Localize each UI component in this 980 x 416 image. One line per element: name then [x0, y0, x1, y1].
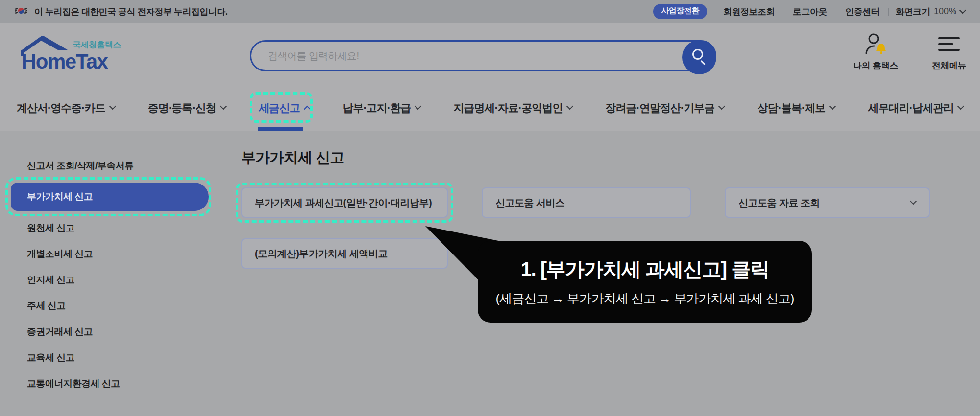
- logo-wordmark: HomeTax: [22, 50, 107, 73]
- sidebar-item-label: 부가가치세 신고: [27, 190, 93, 203]
- screen-zoom-value: 100%: [934, 6, 956, 17]
- sidebar-item-transport-energy-env-tax[interactable]: 교통에너지환경세 신고: [0, 370, 214, 396]
- search-icon: [692, 49, 703, 60]
- nav-label: 계산서·영수증·카드: [17, 101, 105, 116]
- sidebar-item-label: 증권거래세 신고: [27, 325, 93, 338]
- screen-zoom-label: 화면크기: [896, 6, 930, 18]
- active-tab-underline: [258, 127, 303, 131]
- nav-label: 지급명세·자료·공익법인: [454, 101, 563, 116]
- logout-link[interactable]: 로그아웃: [791, 6, 829, 18]
- nav-item-tax-report[interactable]: 세금신고: [259, 86, 310, 131]
- page-title: 부가가치세 신고: [241, 148, 980, 168]
- nav-item-subsidy-yearend-donation[interactable]: 장려금·연말정산·기부금: [606, 86, 725, 131]
- card-label: 부가가치세 과세신고(일반·간이·대리납부): [255, 196, 432, 209]
- chevron-down-icon: [957, 103, 964, 110]
- divider: [784, 8, 784, 16]
- nav-label: 증명·등록·신청: [148, 101, 216, 116]
- divider: [915, 37, 915, 67]
- sidebar-item-label: 주세 신고: [27, 300, 66, 312]
- korea-flag-icon: [15, 4, 27, 19]
- sidebar-item-education-tax[interactable]: 교육세 신고: [0, 345, 214, 370]
- callout-path-text: (세금신고 → 부가가치세 신고 → 부가가치세 과세 신고): [496, 290, 794, 307]
- header-quick-menu: 나의 홈택스 전체메뉴: [853, 32, 966, 71]
- gov-notice-group: 이 누리집은 대한민국 공식 전자정부 누리집입니다.: [15, 4, 228, 19]
- gov-notice-text: 이 누리집은 대한민국 공식 전자정부 누리집입니다.: [34, 6, 228, 18]
- nav-item-consult-appeal-report[interactable]: 상담·불복·제보: [758, 86, 835, 131]
- search-input[interactable]: [251, 42, 668, 70]
- sidebar-item-report-view-delete[interactable]: 신고서 조회/삭제/부속서류: [0, 153, 214, 179]
- sidebar-item-vat-report[interactable]: 부가가치세 신고: [11, 183, 209, 211]
- nav-item-payment-notice-refund[interactable]: 납부·고지·환급: [343, 86, 420, 131]
- sidebar-item-label: 원천세 신고: [27, 222, 74, 234]
- chevron-down-icon: [109, 103, 116, 110]
- card-row-1: 부가가치세 과세신고(일반·간이·대리납부) 신고도움 서비스 신고도움 자료 …: [241, 187, 980, 218]
- nav-label: 상담·불복·제보: [758, 101, 826, 116]
- divider: [888, 8, 889, 16]
- hamburger-menu-icon: [938, 32, 960, 56]
- site-header: 국세청홈택스 HomeTax 나의 홈택스: [0, 23, 980, 86]
- sidebar-item-label: 개별소비세 신고: [27, 248, 93, 260]
- nav-label: 납부·고지·환급: [343, 101, 411, 116]
- vat-taxable-report-button[interactable]: 부가가치세 과세신고(일반·간이·대리납부): [241, 187, 448, 218]
- sidebar-item-label: 교육세 신고: [27, 351, 74, 364]
- sidebar-item-stamp-tax[interactable]: 인지세 신고: [0, 267, 214, 293]
- sidebar-item-label: 교통에너지환경세 신고: [27, 377, 120, 390]
- top-utility-bar: 이 누리집은 대한민국 공식 전자정부 누리집입니다. 사업장전환 회원정보조회…: [0, 0, 980, 23]
- sidebar-item-label: 인지세 신고: [27, 274, 74, 286]
- nav-label: 장려금·연말정산·기부금: [606, 101, 715, 116]
- auth-center-link[interactable]: 인증센터: [843, 6, 882, 18]
- nav-item-tax-agent-management[interactable]: 세무대리·납세관리: [868, 86, 963, 131]
- nav-item-statement-data-nonprofit[interactable]: 지급명세·자료·공익법인: [454, 86, 573, 131]
- search-button[interactable]: [682, 40, 716, 74]
- hometax-page: 이 누리집은 대한민국 공식 전자정부 누리집입니다. 사업장전환 회원정보조회…: [0, 0, 980, 416]
- my-hometax-label: 나의 홈택스: [853, 60, 898, 71]
- sidebar-item-securities-tax[interactable]: 증권거래세 신고: [0, 319, 214, 345]
- chevron-down-icon: [959, 7, 966, 14]
- all-menu-button[interactable]: 전체메뉴: [932, 32, 966, 71]
- search-bar: [250, 40, 716, 71]
- sidebar-item-individual-consumption-tax[interactable]: 개별소비세 신고: [0, 241, 214, 267]
- chevron-down-icon: [910, 198, 917, 205]
- sidebar-item-liquor-tax[interactable]: 주세 신고: [0, 293, 214, 319]
- card-label: 신고도움 자료 조회: [738, 196, 820, 209]
- report-help-data-dropdown[interactable]: 신고도움 자료 조회: [725, 187, 930, 218]
- logo-subtitle: 국세청홈택스: [73, 39, 121, 50]
- tutorial-callout: 1. [부가가치세 과세신고] 클릭 (세금신고 → 부가가치세 신고 → 부가…: [478, 241, 812, 323]
- nav-label: 세금신고: [259, 101, 300, 116]
- chevron-down-icon: [220, 103, 227, 110]
- sidebar-item-label: 신고서 조회/삭제/부속서류: [27, 160, 134, 172]
- divider: [836, 8, 836, 16]
- sidebar: 신고서 조회/삭제/부속서류 부가가치세 신고 원천세 신고 개별소비세 신고 …: [0, 131, 214, 416]
- card-label: 신고도움 서비스: [495, 196, 565, 209]
- divider: [714, 8, 714, 16]
- primary-nav: 계산서·영수증·카드 증명·등록·신청 세금신고 납부·고지·환급 지급명세·자…: [0, 86, 980, 131]
- member-info-link[interactable]: 회원정보조회: [721, 6, 777, 18]
- nav-item-certificate-register[interactable]: 증명·등록·신청: [148, 86, 226, 131]
- all-menu-label: 전체메뉴: [932, 60, 966, 71]
- callout-step-text: 1. [부가가치세 과세신고] 클릭: [521, 256, 769, 283]
- nav-label: 세무대리·납세관리: [868, 101, 954, 116]
- my-hometax-button[interactable]: 나의 홈택스: [853, 32, 898, 71]
- screen-zoom-control[interactable]: 화면크기 100%: [896, 6, 965, 18]
- hometax-logo[interactable]: 국세청홈택스 HomeTax: [18, 29, 130, 80]
- card-label: (모의계산)부가가치세 세액비교: [255, 247, 388, 260]
- chevron-up-icon: [304, 105, 311, 112]
- nav-item-invoice-receipt-card[interactable]: 계산서·영수증·카드: [17, 86, 115, 131]
- chevron-down-icon: [829, 103, 836, 110]
- report-help-service-button[interactable]: 신고도움 서비스: [482, 187, 691, 218]
- topbar-links: 사업장전환 회원정보조회 로그아웃 인증센터 화면크기 100%: [653, 4, 965, 19]
- chevron-down-icon: [415, 103, 421, 110]
- user-bell-icon: [863, 32, 888, 56]
- chevron-down-icon: [566, 103, 573, 110]
- sidebar-item-withholding-tax[interactable]: 원천세 신고: [0, 215, 214, 241]
- vat-simulation-compare-button[interactable]: (모의계산)부가가치세 세액비교: [241, 238, 448, 269]
- workplace-switch-badge[interactable]: 사업장전환: [653, 4, 707, 19]
- chevron-down-icon: [718, 103, 725, 110]
